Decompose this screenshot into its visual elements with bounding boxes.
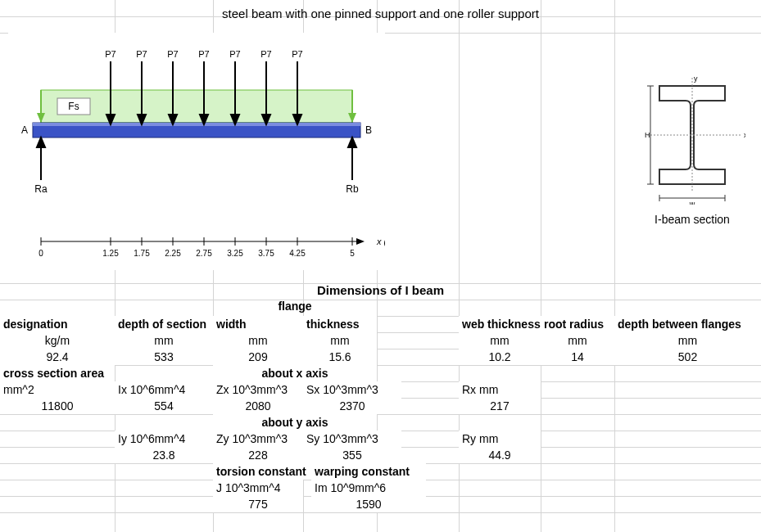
svg-text:x (m): x (m) (376, 237, 385, 246)
svg-text:3.25: 3.25 (227, 249, 243, 258)
page-title: steel beam with one pinned support and o… (0, 7, 761, 20)
val-ix[interactable]: 554 (115, 398, 213, 414)
svg-text:0: 0 (39, 249, 43, 258)
svg-text:w: w (689, 200, 695, 205)
hdr-depth: depth of section (115, 316, 213, 332)
svg-text:2.75: 2.75 (196, 249, 212, 258)
unit-im: Im 10^9mm^6 (311, 480, 426, 496)
svg-marker-32 (37, 138, 45, 147)
unit-iy: Iy 10^6mm^4 (115, 431, 213, 447)
svg-text:Rb: Rb (346, 183, 359, 195)
val-web[interactable]: 10.2 (459, 349, 541, 365)
svg-text:B: B (365, 124, 372, 136)
val-csa[interactable]: 11800 (0, 398, 115, 414)
svg-text:y: y (694, 74, 698, 83)
svg-text:3.75: 3.75 (258, 249, 274, 258)
val-zy[interactable]: 228 (213, 447, 303, 463)
val-sx[interactable]: 2370 (303, 398, 401, 414)
unit-web: mm (459, 332, 541, 349)
svg-text:P7: P7 (136, 49, 147, 59)
unit-sx: Sx 10^3mm^3 (303, 381, 401, 398)
val-ry[interactable]: 44.9 (459, 447, 541, 463)
dimensions-heading: Dimensions of I beam (0, 283, 761, 297)
svg-text:1.75: 1.75 (134, 249, 150, 258)
val-rx[interactable]: 217 (459, 398, 541, 414)
unit-width: mm (213, 332, 303, 349)
svg-text:P7: P7 (260, 49, 271, 59)
val-depth[interactable]: 533 (115, 349, 213, 365)
unit-depth: mm (115, 332, 213, 349)
svg-text:Ra: Ra (34, 183, 48, 195)
val-width[interactable]: 209 (213, 349, 303, 365)
unit-dbf: mm (614, 332, 761, 349)
hdr-csa: cross section area (0, 365, 115, 381)
val-sy[interactable]: 355 (303, 447, 401, 463)
unit-ry: Ry mm (459, 431, 541, 447)
svg-text:2.25: 2.25 (165, 249, 181, 258)
ibeam-section-icon: x y w H (639, 74, 745, 213)
val-designation[interactable]: 92.4 (0, 349, 115, 365)
hdr-warping: warping constant (311, 463, 426, 480)
fs-label: Fs (68, 101, 79, 112)
val-zx[interactable]: 2080 (213, 398, 303, 414)
val-dbf[interactable]: 502 (614, 349, 761, 365)
unit-j: J 10^3mm^4 (213, 480, 303, 496)
svg-marker-38 (356, 238, 365, 245)
val-im[interactable]: 1590 (311, 496, 426, 512)
unit-ix: Ix 10^6mm^4 (115, 381, 213, 398)
svg-text:4.25: 4.25 (289, 249, 306, 258)
svg-text:P7: P7 (105, 49, 116, 59)
unit-designation: kg/m (0, 332, 115, 349)
val-root[interactable]: 14 (541, 349, 614, 365)
svg-text:5: 5 (350, 249, 355, 258)
hdr-about-x: about x axis (213, 365, 377, 381)
val-j[interactable]: 775 (213, 496, 303, 512)
unit-sy: Sy 10^3mm^3 (303, 431, 401, 447)
unit-root: mm (541, 332, 614, 349)
val-thickness[interactable]: 15.6 (303, 349, 377, 365)
svg-text:x: x (744, 131, 745, 139)
svg-text:P7: P7 (292, 49, 302, 59)
hdr-thickness: thickness (303, 316, 377, 332)
hdr-dbf: depth between flanges (614, 316, 761, 332)
svg-rect-7 (33, 123, 360, 126)
unit-csa: mm^2 (0, 381, 115, 398)
svg-marker-34 (348, 138, 356, 147)
spreadsheet[interactable]: steel beam with one pinned support and o… (0, 0, 761, 532)
unit-zy: Zy 10^3mm^3 (213, 431, 303, 447)
hdr-width: width (213, 316, 303, 332)
val-iy[interactable]: 23.8 (115, 447, 213, 463)
ibeam-caption: I-beam section (639, 213, 745, 226)
unit-zx: Zx 10^3mm^3 (213, 381, 303, 398)
svg-text:H: H (645, 131, 650, 139)
svg-text:P7: P7 (167, 49, 178, 59)
hdr-root: root radius (541, 316, 614, 332)
svg-text:P7: P7 (229, 49, 240, 59)
hdr-torsion: torsion constant (213, 463, 311, 480)
beam-diagram: Fs A B P7 P7 P7 P7 P7 P7 P7 (8, 33, 385, 270)
hdr-web: web thickness (459, 316, 541, 332)
unit-rx: Rx mm (459, 381, 541, 398)
hdr-designation: designation (0, 316, 115, 332)
hdr-about-y: about y axis (213, 414, 377, 431)
svg-text:P7: P7 (198, 49, 209, 59)
svg-text:A: A (21, 124, 28, 136)
flange-heading: flange (213, 300, 377, 313)
unit-thickness: mm (303, 332, 377, 349)
svg-text:1.25: 1.25 (102, 249, 119, 258)
